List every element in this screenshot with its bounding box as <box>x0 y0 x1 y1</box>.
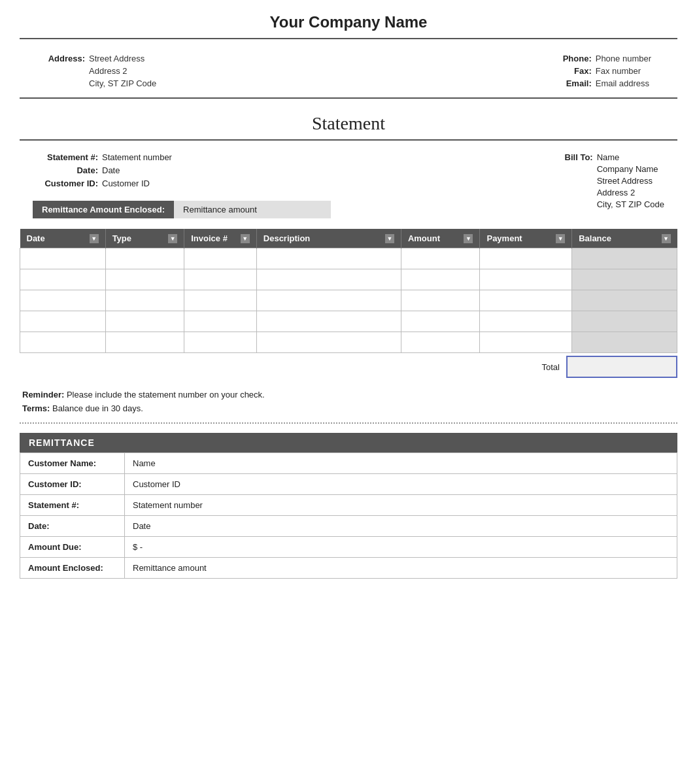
remittance-row-label: Amount Due: <box>20 537 125 558</box>
address-1: Street Address <box>89 54 144 63</box>
bill-to-company: Company Name <box>597 164 658 174</box>
th-invoice: Invoice # ▼ <box>184 229 257 248</box>
cell-balance <box>572 269 677 290</box>
remittance-section: REMITTANCE Customer Name:NameCustomer ID… <box>20 433 677 579</box>
reminder-body: Please include the statement number on y… <box>67 390 265 400</box>
remittance-amount-label: Remittance Amount Enclosed: <box>33 201 174 218</box>
dotted-separator <box>20 422 677 424</box>
address-row: Address: Street Address <box>46 54 156 63</box>
list-item: Amount Due:$ - <box>20 537 677 558</box>
payment-dropdown-icon[interactable]: ▼ <box>556 234 565 243</box>
cell-description <box>256 269 401 290</box>
table-row <box>20 248 677 269</box>
remittance-row-label: Date: <box>20 516 125 537</box>
stmt-date-label: Date: <box>33 165 98 175</box>
balance-dropdown-icon[interactable]: ▼ <box>662 234 671 243</box>
cell-date <box>20 290 106 311</box>
bill-to-street-row: Street Address <box>528 176 664 186</box>
remittance-row-label: Statement #: <box>20 495 125 516</box>
address-2: Address 2 <box>89 66 128 76</box>
list-item: Customer Name:Name <box>20 453 677 474</box>
cell-type <box>105 332 184 353</box>
list-item: Customer ID:Customer ID <box>20 474 677 495</box>
cell-date <box>20 311 106 332</box>
type-dropdown-icon[interactable]: ▼ <box>168 234 177 243</box>
remittance-section-header: REMITTANCE <box>20 433 677 452</box>
cell-balance <box>572 248 677 269</box>
cell-invoice <box>184 269 257 290</box>
desc-dropdown-icon[interactable]: ▼ <box>385 234 394 243</box>
statement-details: Statement #: Statement number Date: Date… <box>20 152 677 218</box>
company-header: Your Company Name <box>20 13 677 39</box>
reminder-section: Reminder: Please include the statement n… <box>20 390 677 413</box>
statement-title-block: Statement <box>20 108 677 141</box>
invoice-dropdown-icon[interactable]: ▼ <box>241 234 250 243</box>
bill-to-header-row: Bill To: Name <box>528 152 664 162</box>
total-value-cell <box>566 356 677 378</box>
table-row <box>20 290 677 311</box>
th-balance: Balance ▼ <box>572 229 677 248</box>
address-label: Address: <box>46 54 85 63</box>
phone-label: Phone: <box>552 54 592 63</box>
bill-to-label: Bill To: <box>528 152 593 162</box>
stmt-custid-value: Customer ID <box>102 179 150 188</box>
table-row <box>20 269 677 290</box>
remittance-row-label: Customer ID: <box>20 474 125 495</box>
table-row <box>20 311 677 332</box>
stmt-custid-row: Customer ID: Customer ID <box>33 179 331 188</box>
cell-description <box>256 248 401 269</box>
cell-description <box>256 290 401 311</box>
th-amount: Amount ▼ <box>401 229 480 248</box>
cell-balance <box>572 332 677 353</box>
stmt-custid-label: Customer ID: <box>33 179 98 188</box>
remittance-row-value: Remittance amount <box>125 558 677 579</box>
th-date: Date ▼ <box>20 229 106 248</box>
remittance-row-label: Amount Enclosed: <box>20 558 125 579</box>
remittance-row-value: Customer ID <box>125 474 677 495</box>
cell-type <box>105 248 184 269</box>
cell-date <box>20 332 106 353</box>
company-address-block: Address: Street Address Address 2 City, … <box>46 54 156 88</box>
bill-to-address2: Address 2 <box>597 188 636 197</box>
remittance-row-value: Name <box>125 453 677 474</box>
fax-row: Fax: Fax number <box>552 66 651 76</box>
total-row: Total <box>20 356 677 378</box>
bill-to-city: City, ST ZIP Code <box>597 199 664 209</box>
cell-amount <box>401 248 480 269</box>
remittance-row-value: Date <box>125 516 677 537</box>
table-row <box>20 332 677 353</box>
company-info: Address: Street Address Address 2 City, … <box>20 47 677 99</box>
stmt-num-row: Statement #: Statement number <box>33 152 331 162</box>
cell-amount <box>401 269 480 290</box>
address3-row: City, ST ZIP Code <box>46 78 156 88</box>
cell-payment <box>480 248 572 269</box>
remittance-row-value: $ - <box>125 537 677 558</box>
cell-date <box>20 269 106 290</box>
remittance-amount-value: Remittance amount <box>174 201 331 218</box>
bill-to-company-row: Company Name <box>528 164 664 174</box>
company-contact-block: Phone: Phone number Fax: Fax number Emai… <box>552 54 651 88</box>
amount-dropdown-icon[interactable]: ▼ <box>464 234 473 243</box>
list-item: Amount Enclosed:Remittance amount <box>20 558 677 579</box>
bill-to-address2-row: Address 2 <box>528 188 664 197</box>
cell-type <box>105 311 184 332</box>
stmt-date-row: Date: Date <box>33 165 331 175</box>
cell-payment <box>480 311 572 332</box>
terms-body: Balance due in 30 days. <box>52 403 143 413</box>
cell-balance <box>572 290 677 311</box>
list-item: Statement #:Statement number <box>20 495 677 516</box>
cell-invoice <box>184 332 257 353</box>
statement-left: Statement #: Statement number Date: Date… <box>33 152 331 218</box>
email-row: Email: Email address <box>552 78 651 88</box>
stmt-num-value: Statement number <box>102 152 172 162</box>
reminder-label: Reminder: <box>22 390 64 400</box>
cell-description <box>256 311 401 332</box>
cell-description <box>256 332 401 353</box>
date-dropdown-icon[interactable]: ▼ <box>90 234 99 243</box>
address-3: City, ST ZIP Code <box>89 78 156 88</box>
total-label: Total <box>542 362 566 372</box>
cell-payment <box>480 269 572 290</box>
th-type: Type ▼ <box>105 229 184 248</box>
cell-amount <box>401 290 480 311</box>
cell-payment <box>480 332 572 353</box>
